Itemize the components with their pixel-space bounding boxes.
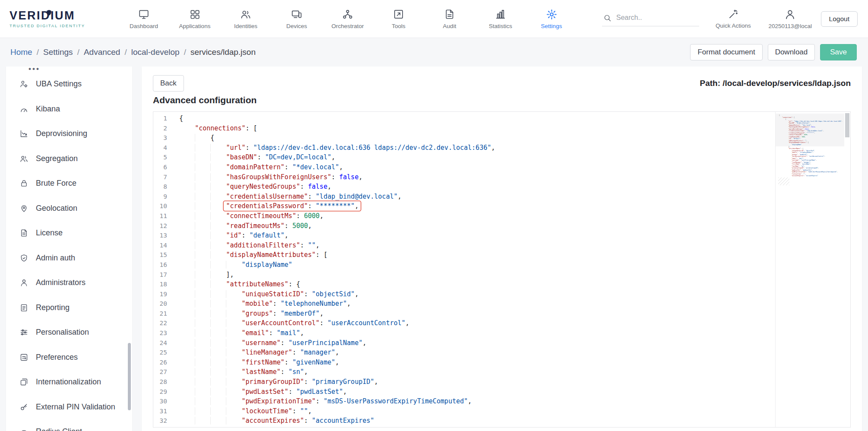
sidebar-scrollbar[interactable] (128, 343, 131, 410)
code-line-17[interactable]: 17 ], (153, 270, 850, 280)
radius-client-icon (19, 427, 29, 431)
logout-button[interactable]: Logout (821, 11, 858, 27)
code-line-14[interactable]: 14 "additionalFilters": "", (153, 241, 850, 250)
line-number: 13 (153, 231, 179, 241)
admin-auth-icon (19, 254, 29, 263)
nav-item-orchestrator[interactable]: Orchestrator (322, 8, 373, 29)
breadcrumb-item[interactable]: Settings (43, 48, 73, 57)
sidebar-item-radius-client[interactable]: Radius Client (6, 419, 132, 431)
code-line-19[interactable]: 19 "uniqueStaticID": "objectSid", (153, 289, 850, 299)
sidebar-item-reporting[interactable]: Reporting (6, 295, 132, 320)
json-code-editor[interactable]: 1{2 "connections": [3 {4 "url": "ldaps:/… (153, 111, 851, 428)
nav-item-statistics[interactable]: Statistics (475, 8, 526, 29)
sidebar-item-geolocation[interactable]: Geolocation (6, 196, 132, 221)
veridium-logo[interactable]: VERIDIUM TRUSTED DIGITAL IDENTITY (10, 10, 99, 28)
breadcrumb-item[interactable]: Home (10, 48, 32, 57)
code-line-1[interactable]: 1{ (153, 114, 850, 124)
deprovisioning-icon (19, 129, 29, 138)
code-line-8[interactable]: 8 "queryNestedGroups": false, (153, 182, 850, 192)
code-line-4[interactable]: 4 "url": "ldaps://dev-dc1.dev.local:636 … (153, 143, 850, 153)
nav-item-label: Settings (541, 23, 562, 29)
line-number: 21 (153, 309, 179, 319)
breadcrumb-item[interactable]: local-develop (131, 48, 180, 57)
line-number: 18 (153, 279, 179, 289)
quick-actions[interactable]: Quick Actions (710, 9, 756, 29)
nav-item-label: Identities (234, 23, 257, 29)
logo-text: VERIDIUM (10, 10, 99, 22)
minimap-hatch (778, 177, 789, 185)
download-button[interactable]: Download (768, 44, 815, 60)
code-line-28[interactable]: 28 "primaryGroupID": "primaryGroupID", (153, 377, 850, 387)
sidebar-item-brute-force[interactable]: Brute Force (6, 171, 132, 196)
sidebar-item-external-pin-validation[interactable]: External PIN Validation (6, 395, 132, 420)
save-button[interactable]: Save (820, 44, 857, 60)
main-panel: Back Path: /local-develop/services/ldap.… (142, 67, 862, 431)
code-line-7[interactable]: 7 "hasGroupsWithForeignUsers": false, (153, 172, 850, 182)
code-line-31[interactable]: 31 "lockoutTime": "", (153, 406, 850, 416)
code-line-11[interactable]: 11 "connectTimeoutMs": 6000, (153, 211, 850, 221)
user-menu[interactable]: 20250113@local (767, 9, 813, 29)
code-line-21[interactable]: 21 "groups": "memberOf", (153, 309, 850, 319)
back-button[interactable]: Back (153, 75, 184, 92)
nav-item-tools[interactable]: Tools (373, 8, 424, 29)
code-line-24[interactable]: 24 "username": "userPrincipalName", (153, 338, 850, 348)
code-line-12[interactable]: 12 "readTimeoutMs": 5000, (153, 221, 850, 231)
line-number: 28 (153, 377, 179, 387)
logo-tagline: TRUSTED DIGITAL IDENTITY (10, 23, 99, 28)
sidebar-item-uba-settings[interactable]: UBA Settings (6, 72, 132, 97)
code-line-10[interactable]: 10 "credentialsPassword": "********", (153, 201, 850, 211)
code-line-6[interactable]: 6 "domainPattern": "*dev.local", (153, 162, 850, 172)
sidebar-list: UBA SettingsKibanaDeprovisioningSegregat… (6, 72, 132, 431)
nav-item-applications[interactable]: Applications (169, 8, 220, 29)
code-line-26[interactable]: 26 "firstName": "givenName", (153, 358, 850, 368)
license-icon (19, 228, 29, 238)
sidebar-item-kibana[interactable]: Kibana (6, 97, 132, 122)
code-line-30[interactable]: 30 "pwdExpirationTime": "msDS-UserPasswo… (153, 396, 850, 406)
nav-item-identities[interactable]: Identities (220, 8, 271, 29)
code-line-32[interactable]: 32 "accountExpires": "accountExpires" (153, 416, 850, 426)
code-line-22[interactable]: 22 "userAccountControl": "userAccountCon… (153, 318, 850, 328)
minimap-content: { "connections": [ { "url": "ldaps://dev… (779, 114, 844, 177)
sidebar-item-segregation[interactable]: Segregation (6, 146, 132, 171)
code-line-9[interactable]: 9 "credentialsUsername": "ldap_bind@dev.… (153, 192, 850, 202)
nav-item-settings[interactable]: Settings (526, 8, 577, 29)
sidebar-item-label: Deprovisioning (36, 129, 87, 138)
code-line-29[interactable]: 29 "pwdLastSet": "pwdLastSet", (153, 387, 850, 397)
breadcrumb-item[interactable]: Advanced (84, 48, 120, 57)
code-line-13[interactable]: 13 "id": "default", (153, 231, 850, 241)
code-line-23[interactable]: 23 "email": "mail", (153, 328, 850, 338)
format-document-button[interactable]: Format document (690, 44, 762, 60)
nav-item-devices[interactable]: Devices (271, 8, 322, 29)
search-input[interactable] (616, 14, 694, 22)
sidebar-item-internationalization[interactable]: Internationalization (6, 370, 132, 395)
code-line-20[interactable]: 20 "mobile": "telephoneNumber", (153, 299, 850, 309)
code-line-16[interactable]: 16 "displayName" (153, 260, 850, 270)
quick-actions-label: Quick Actions (716, 22, 751, 29)
kibana-icon (19, 105, 29, 114)
code-line-2[interactable]: 2 "connections": [ (153, 124, 850, 133)
clipped-item-dots: ••• (29, 67, 40, 73)
code-line-15[interactable]: 15 "displayNameAttributes": [ (153, 250, 850, 260)
nav-item-audit[interactable]: Audit (424, 8, 475, 29)
line-number: 30 (153, 396, 179, 406)
sidebar-item-admin-auth[interactable]: Admin auth (6, 246, 132, 271)
sidebar-item-personalisation[interactable]: Personalisation (6, 320, 132, 345)
sidebar-item-deprovisioning[interactable]: Deprovisioning (6, 121, 132, 146)
line-number: 4 (153, 143, 179, 153)
code-line-3[interactable]: 3 { (153, 133, 850, 143)
nav-item-dashboard[interactable]: Dashboard (118, 8, 169, 29)
code-line-18[interactable]: 18 "attributeNames": { (153, 279, 850, 289)
code-line-25[interactable]: 25 "lineManager": "manager", (153, 348, 850, 358)
search-box (602, 12, 699, 26)
code-line-27[interactable]: 27 "lastName": "sn", (153, 367, 850, 377)
sidebar-item-license[interactable]: License (6, 221, 132, 246)
line-number: 17 (153, 270, 179, 280)
devices-icon (291, 8, 302, 20)
sidebar-item-preferences[interactable]: Preferences (6, 345, 132, 370)
sidebar-item-label: Geolocation (36, 204, 77, 213)
minimap[interactable]: { "connections": [ { "url": "ldaps://dev… (775, 112, 844, 427)
sidebar-item-administrators[interactable]: Administrators (6, 270, 132, 295)
editor-scrollbar[interactable] (844, 112, 850, 427)
editor-scrollbar-thumb[interactable] (845, 113, 849, 137)
code-line-5[interactable]: 5 "baseDN": "DC=dev,DC=local", (153, 152, 850, 162)
